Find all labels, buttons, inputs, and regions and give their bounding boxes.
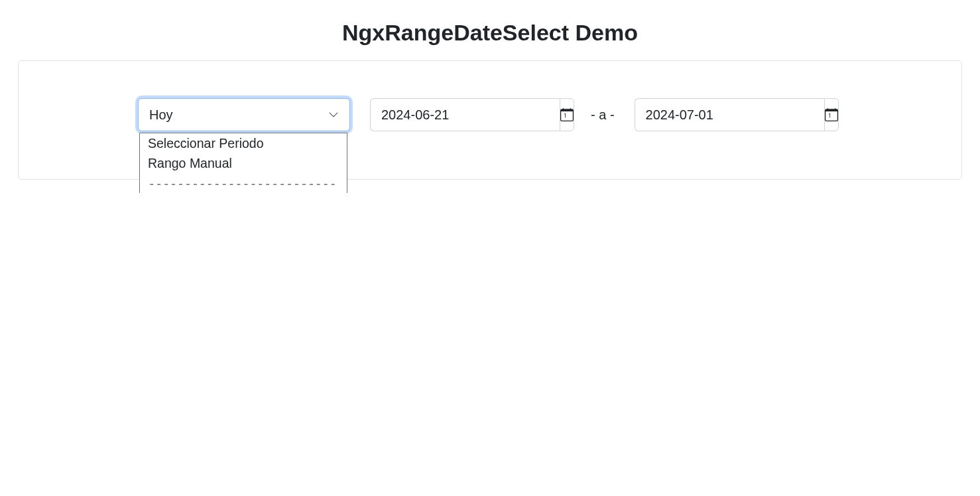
date-from-group [370, 98, 571, 131]
date-to-calendar-button[interactable] [824, 98, 839, 131]
demo-card: Hoy Seleccionar PeriodoRango Manual-----… [18, 60, 962, 180]
date-from-input[interactable] [370, 98, 560, 131]
period-selected-label: Hoy [149, 107, 173, 123]
period-select-wrapper: Hoy Seleccionar PeriodoRango Manual-----… [138, 98, 350, 131]
period-select[interactable]: Hoy [138, 98, 350, 131]
period-dropdown: Seleccionar PeriodoRango Manual---------… [139, 133, 347, 193]
dropdown-divider: --------------------------------- [140, 174, 347, 193]
calendar-icon [825, 108, 838, 121]
date-from-calendar-button[interactable] [560, 98, 574, 131]
controls-row: Hoy Seleccionar PeriodoRango Manual-----… [138, 98, 842, 131]
date-to-input[interactable] [635, 98, 824, 131]
calendar-icon [560, 108, 574, 121]
date-range-separator: - a - [591, 107, 615, 123]
date-to-group [635, 98, 835, 131]
page-title: NgxRangeDateSelect Demo [18, 20, 962, 46]
page-container: NgxRangeDateSelect Demo Hoy Seleccionar … [0, 0, 980, 193]
dropdown-item[interactable]: Seleccionar Periodo [140, 133, 347, 154]
chevron-down-icon [328, 109, 339, 120]
dropdown-item[interactable]: Rango Manual [140, 154, 347, 174]
